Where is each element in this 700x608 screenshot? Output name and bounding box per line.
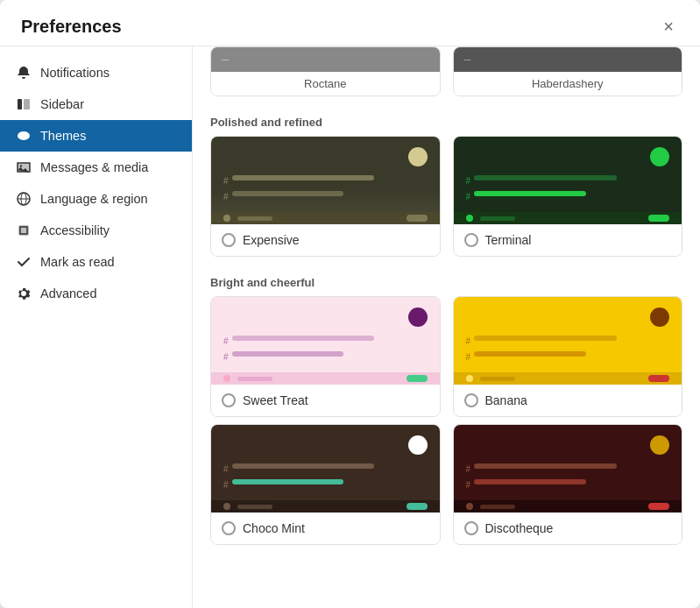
radio-terminal[interactable] — [464, 233, 478, 247]
roctane-label: Roctane — [211, 72, 440, 95]
partial-themes-row: ─ Roctane ─ Haberdashery — [210, 46, 682, 96]
theme-name-sweettreat: Sweet Treat — [243, 393, 308, 407]
svg-rect-0 — [18, 99, 22, 110]
theme-card-sweettreat[interactable]: # # — [210, 296, 441, 417]
theme-name-discotheque: Discotheque — [485, 521, 554, 535]
svg-point-3 — [22, 134, 26, 138]
theme-name-expensive: Expensive — [243, 233, 300, 247]
theme-name-terminal: Terminal — [485, 233, 532, 247]
svg-point-5 — [20, 165, 22, 166]
theme-preview-sweettreat: # # — [211, 297, 440, 385]
theme-card-terminal[interactable]: # # — [453, 136, 683, 257]
theme-card-expensive[interactable]: # # — [210, 136, 441, 257]
sidebar: Notifications Sidebar Themes — [0, 46, 193, 608]
sidebar-label-themes: Themes — [40, 129, 86, 143]
themes-content: ─ Roctane ─ Haberdashery Polished and re… — [193, 46, 700, 608]
theme-preview-banana: # # — [454, 297, 682, 385]
theme-preview-expensive: # # — [211, 137, 440, 224]
theme-footer-terminal: Terminal — [454, 224, 682, 256]
sidebar-label-mark-as-read: Mark as read — [40, 255, 115, 269]
polished-themes-grid: # # — [210, 136, 682, 257]
dialog-header: Preferences × — [0, 0, 700, 46]
dialog-title: Preferences — [21, 17, 122, 37]
bright-themes-grid: # # — [210, 296, 682, 417]
close-button[interactable]: × — [658, 16, 679, 37]
radio-chocomint[interactable] — [222, 521, 236, 535]
theme-card-banana[interactable]: # # — [453, 296, 683, 417]
theme-name-banana: Banana — [485, 393, 527, 407]
sidebar-icon — [16, 96, 32, 112]
theme-preview-terminal: # # — [454, 137, 682, 224]
sidebar-label-advanced: Advanced — [40, 286, 97, 300]
theme-card-roctane[interactable]: ─ Roctane — [210, 46, 441, 96]
sidebar-item-notifications[interactable]: Notifications — [0, 57, 192, 88]
sidebar-label-notifications: Notifications — [40, 66, 110, 80]
sidebar-item-language-region[interactable]: Language & region — [0, 183, 192, 215]
gear-icon — [16, 286, 32, 301]
globe-icon — [16, 191, 32, 207]
theme-card-discotheque[interactable]: # # — [453, 424, 683, 545]
sidebar-item-sidebar[interactable]: Sidebar — [0, 88, 192, 120]
svg-rect-1 — [24, 99, 30, 110]
sidebar-item-messages-media[interactable]: Messages & media — [0, 152, 192, 183]
sidebar-item-accessibility[interactable]: Accessibility — [0, 215, 192, 246]
theme-card-chocomint[interactable]: # # — [210, 424, 441, 545]
radio-banana[interactable] — [464, 393, 478, 407]
more-themes-grid: # # — [210, 424, 682, 545]
theme-footer-sweettreat: Sweet Treat — [211, 385, 440, 416]
sidebar-label-language-region: Language & region — [40, 192, 148, 206]
theme-footer-banana: Banana — [454, 385, 682, 416]
theme-preview-chocomint: # # — [211, 425, 440, 513]
sidebar-item-advanced[interactable]: Advanced — [0, 278, 192, 309]
image-icon — [16, 159, 32, 175]
radio-sweettreat[interactable] — [222, 393, 236, 407]
haberdashery-label: Haberdashery — [454, 72, 682, 95]
theme-footer-expensive: Expensive — [211, 224, 440, 256]
bell-icon — [16, 65, 32, 81]
theme-name-chocomint: Choco Mint — [243, 521, 305, 535]
check-icon — [16, 254, 32, 270]
sidebar-label-accessibility: Accessibility — [40, 223, 110, 237]
accessibility-icon — [16, 223, 32, 238]
sidebar-item-themes[interactable]: Themes — [0, 120, 192, 152]
theme-preview-discotheque: # # — [454, 425, 682, 513]
eye-icon — [16, 128, 32, 144]
section-polished-label: Polished and refined — [210, 103, 682, 136]
sidebar-item-mark-as-read[interactable]: Mark as read — [0, 246, 192, 278]
sidebar-label-messages-media: Messages & media — [40, 160, 148, 174]
sidebar-label-sidebar: Sidebar — [40, 97, 84, 111]
theme-footer-chocomint: Choco Mint — [211, 513, 440, 544]
theme-footer-discotheque: Discotheque — [454, 513, 682, 544]
radio-expensive[interactable] — [222, 233, 236, 247]
section-bright-label: Bright and cheerful — [210, 264, 682, 296]
dialog-body: Notifications Sidebar Themes — [0, 46, 700, 608]
radio-discotheque[interactable] — [464, 521, 478, 535]
preferences-dialog: Preferences × Notifications Sidebar — [0, 0, 700, 608]
theme-card-haberdashery[interactable]: ─ Haberdashery — [453, 46, 683, 96]
